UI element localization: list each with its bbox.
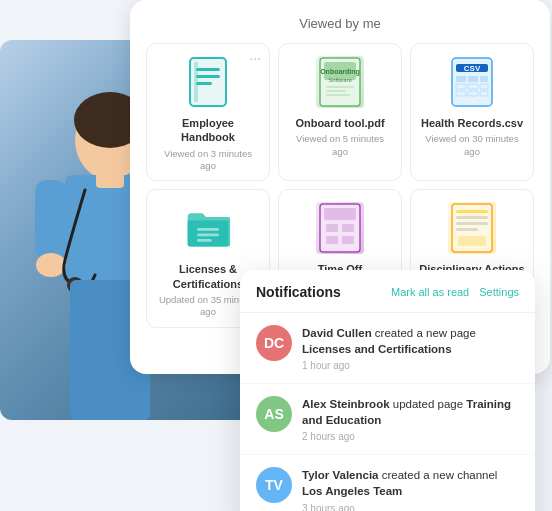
- file-meta: Viewed on 30 minutes ago: [419, 133, 525, 158]
- svg-rect-37: [468, 91, 478, 96]
- svg-rect-30: [456, 76, 466, 82]
- svg-rect-51: [456, 210, 488, 213]
- svg-text:CSV: CSV: [464, 64, 481, 73]
- avatar: DC: [256, 325, 292, 361]
- svg-rect-17: [194, 62, 198, 102]
- svg-rect-36: [456, 91, 466, 96]
- avatar: AS: [256, 396, 292, 432]
- file-name: Employee Handbook: [155, 116, 261, 145]
- svg-rect-16: [196, 82, 212, 85]
- handbook-icon: [184, 54, 232, 110]
- svg-rect-40: [197, 234, 219, 237]
- svg-rect-24: [326, 90, 346, 92]
- svg-rect-33: [456, 84, 466, 89]
- file-meta: Viewed on 3 minutes ago: [155, 148, 261, 173]
- svg-rect-54: [456, 228, 478, 231]
- svg-rect-41: [197, 239, 212, 242]
- notification-time: 1 hour ago: [302, 360, 519, 371]
- file-meta: Viewed on 5 minutes ago: [287, 133, 393, 158]
- svg-rect-47: [326, 236, 338, 244]
- notification-message: Alex Steinbrook updated page Training an…: [302, 396, 519, 428]
- svg-rect-52: [456, 216, 488, 219]
- notifications-header: Notifications Mark all as read Settings: [240, 270, 535, 313]
- file-card-health-records[interactable]: CSV Health Records.csv Viewed on 30 minu…: [410, 43, 534, 181]
- svg-rect-44: [324, 208, 356, 220]
- svg-rect-48: [342, 236, 354, 244]
- svg-text:Onboarding: Onboarding: [320, 68, 360, 76]
- svg-rect-35: [480, 84, 488, 89]
- notification-item[interactable]: DC David Cullen created a new page Licen…: [240, 313, 535, 384]
- more-options-icon[interactable]: ···: [249, 50, 261, 66]
- svg-rect-32: [480, 76, 488, 82]
- svg-rect-14: [196, 68, 220, 71]
- notification-message: David Cullen created a new page Licenses…: [302, 325, 519, 357]
- file-card-onboard-tool[interactable]: Onboarding Software Onboard tool.pdf Vie…: [278, 43, 402, 181]
- svg-rect-46: [342, 224, 354, 232]
- book-icon: Onboarding Software: [316, 54, 364, 110]
- avatar: TV: [256, 467, 292, 503]
- csv-icon: CSV: [448, 54, 496, 110]
- mark-all-read-link[interactable]: Mark all as read: [391, 286, 469, 298]
- svg-rect-31: [468, 76, 478, 82]
- timeoff-icon: [316, 200, 364, 256]
- folder-icon: [184, 200, 232, 256]
- notification-text: Alex Steinbrook updated page Training an…: [302, 396, 519, 442]
- svg-rect-11: [96, 168, 124, 188]
- svg-rect-53: [456, 222, 488, 225]
- svg-rect-39: [197, 228, 219, 231]
- file-card-employee-handbook[interactable]: ··· Employee Handbook Viewed on 3 minute…: [146, 43, 270, 181]
- svg-rect-25: [326, 94, 350, 96]
- notifications-title: Notifications: [256, 284, 341, 300]
- disciplinary-icon: [448, 200, 496, 256]
- svg-point-5: [36, 253, 66, 277]
- notification-text: David Cullen created a new page Licenses…: [302, 325, 519, 371]
- notification-item[interactable]: AS Alex Steinbrook updated page Training…: [240, 384, 535, 455]
- notifications-panel: Notifications Mark all as read Settings …: [240, 270, 535, 511]
- svg-rect-3: [35, 180, 67, 260]
- svg-rect-23: [326, 86, 354, 88]
- svg-rect-55: [458, 236, 486, 246]
- file-name: Health Records.csv: [421, 116, 523, 130]
- section-title: Viewed by me: [146, 16, 534, 31]
- svg-rect-15: [196, 75, 220, 78]
- notification-time: 2 hours ago: [302, 431, 519, 442]
- notification-item[interactable]: TV Tylor Valencia created a new channel …: [240, 455, 535, 511]
- notifications-actions: Mark all as read Settings: [391, 286, 519, 298]
- svg-rect-45: [326, 224, 338, 232]
- notification-text: Tylor Valencia created a new channel Los…: [302, 467, 519, 511]
- file-name: Onboard tool.pdf: [295, 116, 384, 130]
- svg-rect-34: [468, 84, 478, 89]
- settings-link[interactable]: Settings: [479, 286, 519, 298]
- notification-time: 3 hours ago: [302, 503, 519, 511]
- svg-rect-38: [480, 91, 488, 96]
- notification-message: Tylor Valencia created a new channel Los…: [302, 467, 519, 499]
- svg-text:Software: Software: [328, 77, 352, 83]
